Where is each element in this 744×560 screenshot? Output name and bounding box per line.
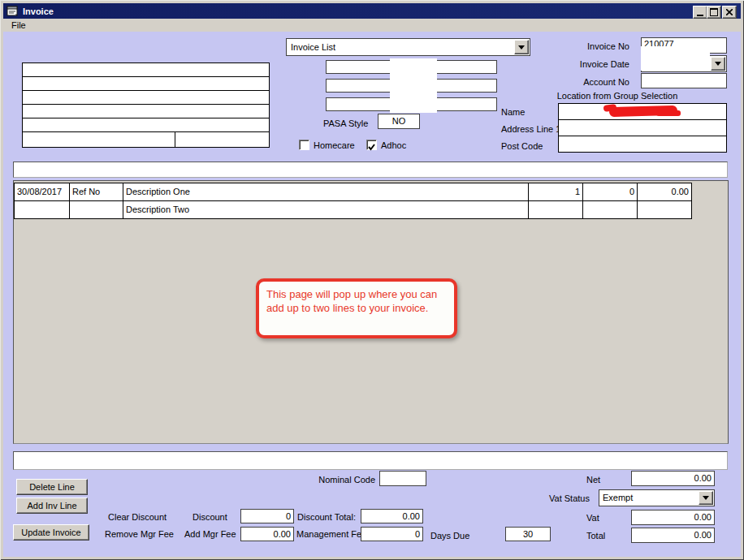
adhoc-checkbox[interactable] <box>366 140 377 150</box>
cell-description[interactable]: Description One <box>123 183 529 201</box>
post-code-field[interactable] <box>559 136 726 152</box>
minimize-icon <box>697 15 703 16</box>
window-title: Invoice <box>23 6 54 16</box>
table-row: Description Two <box>15 201 692 219</box>
cell-date[interactable]: 30/08/2017 <box>15 183 70 201</box>
left-field-2[interactable] <box>23 77 269 91</box>
invoice-date-dropdown-button[interactable] <box>711 57 725 71</box>
add-inv-line-button[interactable]: Add Inv Line <box>16 498 88 514</box>
total-label: Total <box>586 531 605 541</box>
grid-header-bar <box>13 162 728 178</box>
maximize-button[interactable] <box>707 6 721 19</box>
homecare-label: Homecare <box>314 140 355 151</box>
account-no-label: Account No <box>557 77 629 88</box>
redaction-overlay <box>641 46 710 71</box>
delete-line-button[interactable]: Delete Line <box>16 479 88 495</box>
vat-value: 0.00 <box>632 510 714 524</box>
address-line1-field[interactable] <box>559 120 726 136</box>
chevron-down-icon <box>703 496 709 500</box>
invoice-no-label: Invoice No <box>557 41 629 52</box>
days-due-field[interactable]: 30 <box>505 527 551 541</box>
maximize-icon <box>710 8 718 16</box>
left-field-3[interactable] <box>23 91 269 105</box>
cell-description[interactable]: Description Two <box>123 201 529 219</box>
invoice-window: Invoice File Invoice List Invoice No 210… <box>0 0 744 560</box>
clear-discount-label[interactable]: Clear Discount <box>108 512 167 523</box>
chevron-down-icon <box>518 45 525 50</box>
add-mgr-fee-value: 0.00 <box>241 528 293 541</box>
grid-footer-bar <box>13 451 728 470</box>
checkmark-icon <box>367 143 376 152</box>
days-due-value: 30 <box>506 528 550 541</box>
pasa-style-label: PASA Style <box>323 118 368 129</box>
invoice-list-value: Invoice List <box>287 39 530 56</box>
discount-total-label: Discount Total: <box>297 512 356 523</box>
cell-unit[interactable]: 0 <box>583 183 638 201</box>
nominal-code-value <box>380 472 426 473</box>
vat-field[interactable]: 0.00 <box>631 510 715 525</box>
invoice-list-dropdown-button[interactable] <box>514 40 529 54</box>
discount-label: Discount <box>192 512 227 523</box>
annotation-text: This page will pop up where you can add … <box>266 288 437 314</box>
cell-qty[interactable] <box>529 201 583 219</box>
add-mgr-fee-label: Add Mgr Fee <box>184 529 236 540</box>
left-field-4[interactable] <box>23 105 269 118</box>
cell-unit[interactable] <box>583 201 638 219</box>
vat-status-dropdown-button[interactable] <box>699 491 713 505</box>
pasa-style-value: NO <box>378 114 419 128</box>
vat-label: Vat <box>586 513 599 523</box>
vat-status-value: Exempt <box>599 490 714 506</box>
nominal-code-label: Nominal Code <box>310 475 375 485</box>
invoice-lines-table: 30/08/2017 Ref No Description One 1 0 0.… <box>14 183 692 219</box>
field-divider <box>175 132 175 147</box>
net-field[interactable]: 0.00 <box>631 471 715 486</box>
days-due-label: Days Due <box>430 531 469 541</box>
management-fee-field[interactable]: 0 <box>361 527 423 541</box>
discount-field[interactable]: 0 <box>240 509 294 523</box>
name-label: Name <box>501 107 525 118</box>
cell-ref-no[interactable]: Ref No <box>70 183 123 201</box>
cell-date[interactable] <box>15 201 70 219</box>
account-no-field[interactable] <box>641 73 727 88</box>
management-fee-label: Management Fee: <box>296 529 369 540</box>
add-mgr-fee-field[interactable]: 0.00 <box>240 527 294 541</box>
left-field-5[interactable] <box>23 118 269 132</box>
remove-mgr-fee-label[interactable]: Remove Mgr Fee <box>105 529 174 540</box>
vat-status-combobox[interactable]: Exempt <box>599 489 715 506</box>
cell-ref-no[interactable] <box>70 201 123 219</box>
invoice-date-label: Invoice Date <box>557 59 629 70</box>
cell-qty[interactable]: 1 <box>529 183 583 201</box>
redaction-overlay <box>390 58 437 113</box>
menu-file[interactable]: File <box>7 19 30 31</box>
chevron-down-icon <box>715 62 721 66</box>
adhoc-label: Adhoc <box>381 140 406 151</box>
annotation-callout: This page will pop up where you can add … <box>256 278 457 338</box>
update-invoice-button[interactable]: Update Invoice <box>13 524 89 541</box>
left-field-6[interactable] <box>23 132 269 147</box>
invoice-list-combobox[interactable]: Invoice List <box>286 38 530 56</box>
total-field[interactable]: 0.00 <box>631 528 715 543</box>
post-code-label: Post Code <box>501 141 543 152</box>
discount-total-field[interactable]: 0.00 <box>361 509 423 523</box>
menu-bar: File <box>3 19 741 32</box>
net-label: Net <box>586 475 600 485</box>
name-field[interactable] <box>559 104 726 120</box>
pasa-style-field[interactable]: NO <box>378 114 420 129</box>
close-button[interactable] <box>722 6 737 19</box>
left-address-group <box>22 62 270 148</box>
left-field-1[interactable] <box>23 63 269 77</box>
nominal-code-field[interactable] <box>379 471 426 486</box>
location-fields-group <box>558 103 727 153</box>
redacted-name-scribble <box>656 110 681 116</box>
discount-total-value: 0.00 <box>361 510 422 523</box>
homecare-checkbox[interactable] <box>299 140 309 150</box>
minimize-button[interactable] <box>693 6 707 19</box>
net-value: 0.00 <box>632 472 714 485</box>
close-icon <box>726 9 733 15</box>
vat-status-label: Vat Status <box>549 493 590 504</box>
cell-amount[interactable]: 0.00 <box>638 183 692 201</box>
total-value: 0.00 <box>632 528 714 542</box>
account-no-value <box>642 74 726 75</box>
table-row: 30/08/2017 Ref No Description One 1 0 0.… <box>15 183 692 201</box>
cell-amount[interactable] <box>638 201 692 219</box>
